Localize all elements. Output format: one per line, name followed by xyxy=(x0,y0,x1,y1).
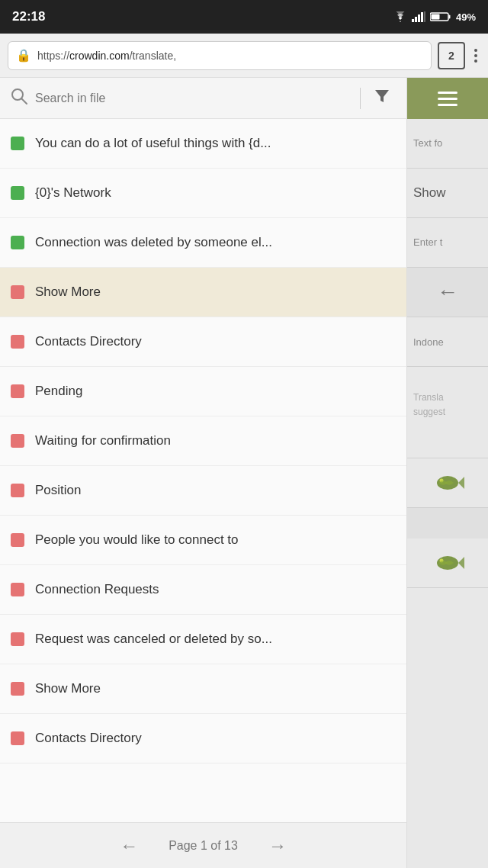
right-spacer xyxy=(407,367,488,382)
svg-rect-0 xyxy=(412,19,414,22)
svg-rect-1 xyxy=(415,17,417,22)
status-indicator xyxy=(11,632,24,646)
right-text-for-label: Text fo xyxy=(413,137,442,150)
right-translate-label: Transla suggest xyxy=(413,392,445,417)
list-item-text: Contacts Directory xyxy=(35,334,396,349)
next-page-button[interactable]: → xyxy=(268,835,287,857)
right-show-section: Show xyxy=(407,169,488,218)
battery-percent: 49% xyxy=(456,11,476,23)
svg-marker-14 xyxy=(458,557,464,569)
list-item[interactable]: Show More xyxy=(0,268,406,317)
list-item[interactable]: Connection Requests xyxy=(0,565,406,615)
list-item-text: Request was canceled or deleted by so... xyxy=(35,632,396,647)
list-item[interactable]: {0}'s Network xyxy=(0,169,406,218)
list-item-text: {0}'s Network xyxy=(35,185,396,201)
list-item-text: People you would like to connect to xyxy=(35,532,396,548)
status-indicator xyxy=(11,731,24,745)
right-show-label: Show xyxy=(413,185,446,201)
search-input[interactable] xyxy=(35,78,352,118)
status-indicator xyxy=(11,384,24,398)
status-indicator xyxy=(11,285,24,299)
status-indicator xyxy=(11,583,24,596)
left-panel: You can do a lot of useful things with {… xyxy=(0,78,407,868)
battery-icon xyxy=(430,11,451,22)
url-text: https://crowdin.com/translate, xyxy=(37,50,176,62)
list-item[interactable]: Contacts Directory xyxy=(0,317,406,367)
list-item[interactable]: Position xyxy=(0,466,406,516)
fish-icon-1 xyxy=(431,469,464,497)
list-item-text: Connection Requests xyxy=(35,582,396,597)
right-lang-label: Indone xyxy=(413,336,444,348)
status-indicator xyxy=(11,434,24,448)
list-item[interactable]: Request was canceled or deleted by so... xyxy=(0,615,406,664)
list-item[interactable]: Connection was deleted by someone el... xyxy=(0,218,406,268)
search-divider xyxy=(360,88,361,109)
list-item[interactable]: Pending xyxy=(0,367,406,416)
list-item-text: You can do a lot of useful things with {… xyxy=(35,136,396,151)
status-bar: 22:18 49% xyxy=(0,0,488,34)
pagination-bar: ← Page 1 of 13 → xyxy=(0,822,406,868)
status-indicator xyxy=(11,682,24,696)
right-back-arrow[interactable]: ← xyxy=(437,280,458,304)
right-fish-icon-section-1 xyxy=(407,458,488,508)
status-indicator xyxy=(11,186,24,200)
svg-rect-4 xyxy=(424,11,425,22)
right-arrow-section: ← xyxy=(407,268,488,317)
url-box[interactable]: 🔒 https://crowdin.com/translate, xyxy=(8,41,432,70)
list-item-text: Connection was deleted by someone el... xyxy=(35,235,396,250)
status-indicator xyxy=(11,533,24,547)
list-container: You can do a lot of useful things with {… xyxy=(0,119,406,822)
browser-bar: 🔒 https://crowdin.com/translate, 2 xyxy=(0,34,488,78)
status-icons: 49% xyxy=(393,11,476,23)
list-item[interactable]: People you would like to connect to xyxy=(0,516,406,565)
svg-rect-2 xyxy=(418,14,420,22)
main-layout: You can do a lot of useful things with {… xyxy=(0,78,488,868)
list-item-text: Show More xyxy=(35,285,396,300)
filter-icon[interactable] xyxy=(368,87,396,110)
right-top-bar xyxy=(407,78,488,119)
right-translate-section: Transla suggest xyxy=(407,382,488,458)
status-indicator xyxy=(11,137,24,150)
list-item-text: Show More xyxy=(35,681,396,696)
hamburger-menu-button[interactable] xyxy=(438,92,458,106)
list-item-text: Position xyxy=(35,483,396,498)
status-indicator xyxy=(11,236,24,249)
fish-icon-2 xyxy=(431,549,464,577)
svg-rect-3 xyxy=(421,12,423,22)
list-item-text: Waiting for confirmation xyxy=(35,433,396,448)
right-panel: Text fo Show Enter t ← Indone Transla su… xyxy=(407,78,488,868)
svg-rect-6 xyxy=(448,15,450,19)
time-display: 22:18 xyxy=(12,9,45,24)
search-bar xyxy=(0,78,406,119)
list-item[interactable]: Contacts Directory xyxy=(0,714,406,764)
right-text-for-section: Text fo xyxy=(407,119,488,169)
signal-icon xyxy=(412,11,425,22)
status-indicator xyxy=(11,484,24,497)
list-item[interactable]: Show More xyxy=(0,664,406,714)
svg-rect-7 xyxy=(431,14,439,20)
right-enter-section: Enter t xyxy=(407,218,488,268)
list-item[interactable]: Waiting for confirmation xyxy=(0,416,406,466)
right-fish-icon-section-2 xyxy=(407,538,488,588)
right-lang-section: Indone xyxy=(407,317,488,367)
right-enter-label: Enter t xyxy=(413,236,442,249)
wifi-icon xyxy=(393,11,407,22)
browser-menu-button[interactable] xyxy=(471,46,480,66)
svg-marker-11 xyxy=(458,477,464,489)
prev-page-button[interactable]: ← xyxy=(120,835,138,857)
search-icon xyxy=(11,88,27,108)
list-item-text: Pending xyxy=(35,384,396,399)
svg-line-9 xyxy=(21,98,27,104)
lock-icon: 🔒 xyxy=(16,48,31,63)
list-item[interactable]: You can do a lot of useful things with {… xyxy=(0,119,406,169)
list-item-text: Contacts Directory xyxy=(35,731,396,746)
tab-count-button[interactable]: 2 xyxy=(438,42,465,69)
pagination-label: Page 1 of 13 xyxy=(169,839,238,853)
status-indicator xyxy=(11,335,24,349)
right-spacer-2 xyxy=(407,508,488,538)
